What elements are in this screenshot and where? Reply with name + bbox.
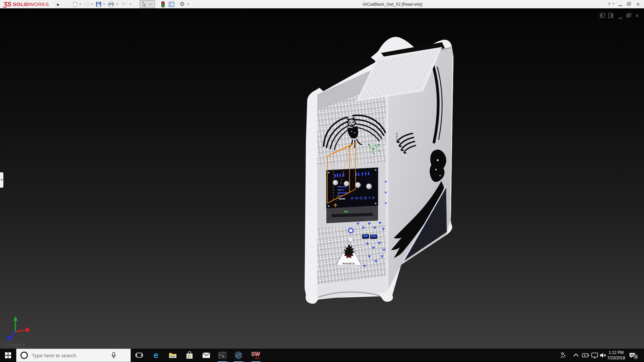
- edge-icon: e: [151, 351, 161, 360]
- view-orientation-label: *Dimetric: [5, 342, 25, 348]
- task-view-icon: [135, 352, 143, 359]
- options-gear-icon[interactable]: ⚙: [178, 1, 186, 8]
- help-caret-icon[interactable]: ▾: [612, 2, 615, 5]
- chevron-up-icon[interactable]: [572, 352, 580, 359]
- taskbar-app-solidworks[interactable]: SW 2017: [248, 349, 264, 362]
- svg-text:SW: SW: [251, 351, 260, 357]
- taskbar: e C:\: [0, 349, 644, 362]
- select-tool-button[interactable]: [141, 1, 148, 8]
- save-button[interactable]: [95, 1, 102, 8]
- cortana-icon: [20, 352, 28, 359]
- options-caret-icon[interactable]: ▾: [186, 3, 190, 6]
- help-button[interactable]: ?: [606, 1, 612, 7]
- tray-clock[interactable]: 1:12 PM 7/23/2018: [606, 350, 627, 361]
- print-button[interactable]: [107, 1, 115, 8]
- tray-date: 7/23/2018: [606, 355, 627, 361]
- rebuild-button[interactable]: [159, 1, 167, 8]
- power-button[interactable]: [347, 227, 355, 235]
- store-icon: [185, 351, 194, 359]
- solidworks-logo-mark-icon: ƷS: [3, 1, 11, 8]
- open-caret-icon[interactable]: ▾: [90, 3, 94, 6]
- hexagon-app-icon: [234, 351, 243, 360]
- undo-caret-icon[interactable]: ▾: [129, 3, 132, 6]
- menu-flyout-arrow-icon[interactable]: ▶: [56, 1, 61, 7]
- pen-person-icon[interactable]: [559, 352, 567, 359]
- taskbar-app-file-explorer[interactable]: [165, 349, 180, 362]
- solidworks-2017-icon: SW 2017: [251, 351, 261, 360]
- undo-button[interactable]: [121, 1, 128, 8]
- window-title: GrCadBlack_Owl_S2 [Read-only]: [363, 2, 422, 7]
- file-explorer-icon: [168, 352, 177, 359]
- titlebar: ƷS SOLID WORKS ▶ ▾ ▾ ▾ ▾ ▾ ▾ ⚙ ▾ GrCadBl…: [0, 0, 644, 8]
- search-input[interactable]: [32, 353, 109, 358]
- start-button[interactable]: [0, 349, 16, 362]
- minimize-button[interactable]: [617, 1, 624, 7]
- svg-text:C:\: C:\: [219, 354, 224, 357]
- solidworks-logo-light: WORKS: [29, 1, 49, 7]
- taskbar-search[interactable]: [16, 349, 131, 362]
- display-network-icon[interactable]: [591, 352, 598, 359]
- restore-button[interactable]: [625, 1, 632, 7]
- open-button[interactable]: [83, 1, 90, 8]
- taskbar-app-command-prompt[interactable]: C:\: [215, 349, 230, 362]
- file-properties-button[interactable]: [168, 1, 175, 8]
- notification-badge: 3: [633, 354, 638, 359]
- save-caret-icon[interactable]: ▾: [102, 3, 106, 6]
- print-caret-icon[interactable]: ▾: [115, 3, 119, 6]
- svg-text:2017: 2017: [255, 357, 261, 360]
- taskbar-app-edge[interactable]: e: [148, 349, 164, 362]
- reset-button[interactable]: [348, 237, 353, 242]
- phobya-badge-text: PHOBYA: [343, 262, 355, 265]
- orientation-triad[interactable]: [7, 316, 31, 341]
- taskbar-app-hexagon-utility[interactable]: [231, 349, 246, 362]
- taskbar-app-store[interactable]: [182, 349, 197, 362]
- task-view-button[interactable]: [131, 349, 147, 362]
- pc-case-model[interactable]: PHOBYA: [0, 8, 644, 349]
- drive-led: [344, 211, 348, 213]
- battery-icon[interactable]: [582, 352, 589, 359]
- new-caret-icon[interactable]: ▾: [78, 3, 82, 6]
- graphics-viewport[interactable]: ✕: [0, 8, 644, 349]
- microphone-icon[interactable]: [111, 352, 116, 359]
- select-caret-icon[interactable]: ▾: [149, 3, 152, 6]
- new-document-button[interactable]: [71, 1, 79, 8]
- windows-logo-icon: [5, 352, 11, 358]
- mail-icon: [202, 352, 211, 359]
- taskbar-app-mail[interactable]: [199, 349, 214, 362]
- solidworks-logo-bold: SOLID: [13, 1, 29, 7]
- solidworks-logo: ƷS SOLID WORKS: [3, 1, 49, 8]
- close-button[interactable]: ✕: [635, 1, 641, 7]
- command-prompt-icon: C:\: [218, 352, 227, 359]
- svg-text:e: e: [154, 351, 158, 360]
- tray-time: 1:12 PM: [606, 350, 627, 355]
